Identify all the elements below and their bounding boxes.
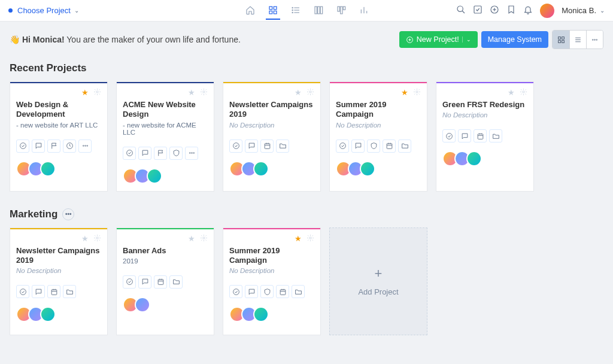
manage-system-button[interactable]: Manage System [481, 31, 548, 48]
search-icon[interactable] [456, 5, 466, 16]
flag-tool[interactable] [154, 147, 167, 160]
check-tool[interactable] [336, 139, 349, 153]
flag-tool[interactable] [47, 139, 60, 153]
folder-tool[interactable] [276, 139, 289, 153]
check-tool[interactable] [229, 139, 242, 153]
gear-icon[interactable] [306, 88, 314, 96]
folder-tool[interactable] [169, 275, 183, 289]
star-icon[interactable]: ★ [401, 88, 408, 96]
check-tool[interactable] [16, 285, 29, 298]
star-icon[interactable]: ★ [295, 234, 302, 242]
bell-icon[interactable] [523, 5, 533, 16]
folder-tool[interactable] [489, 129, 502, 142]
member-avatar[interactable] [40, 161, 56, 177]
svg-point-36 [594, 39, 596, 40]
gear-icon[interactable] [200, 234, 208, 242]
gear-icon[interactable] [306, 234, 314, 242]
grid-view-button[interactable] [553, 31, 569, 48]
new-project-button[interactable]: New Project! ⌄ [399, 31, 478, 48]
check-tool[interactable] [123, 275, 136, 289]
shield-tool[interactable] [169, 147, 183, 160]
star-icon[interactable]: ★ [188, 234, 195, 242]
project-selector[interactable]: Choose Project ⌄ [17, 6, 79, 15]
project-card[interactable]: ★ Web Design & Development - new website… [10, 81, 108, 192]
comment-tool[interactable] [245, 139, 258, 153]
chart-icon[interactable] [357, 2, 371, 20]
section-more-button[interactable]: ••• [62, 208, 74, 220]
bookmark-icon[interactable] [506, 5, 516, 16]
cal-tool[interactable] [47, 285, 60, 298]
comment-tool[interactable] [458, 129, 471, 142]
svg-point-67 [96, 236, 98, 238]
comment-tool[interactable] [32, 139, 45, 153]
star-icon[interactable]: ★ [295, 88, 302, 96]
gear-icon[interactable] [200, 88, 208, 96]
user-avatar[interactable] [540, 4, 554, 18]
check-tool[interactable] [16, 139, 29, 153]
project-card[interactable]: ★ Summer 2019 Campaign No Description [329, 81, 427, 192]
star-icon[interactable]: ★ [81, 234, 89, 242]
star-icon[interactable]: ★ [188, 88, 195, 96]
member-avatar[interactable] [253, 161, 269, 177]
member-avatar[interactable] [135, 297, 150, 313]
list-view-button[interactable] [569, 31, 586, 48]
svg-point-55 [416, 91, 418, 93]
member-avatar[interactable] [147, 168, 162, 184]
folder-tool[interactable] [398, 139, 411, 153]
add-project-card[interactable]: +Add Project [329, 228, 427, 335]
cal-tool[interactable] [474, 129, 487, 142]
project-card[interactable]: ★ Banner Ads 2019 [116, 228, 214, 335]
cal-tool[interactable] [260, 139, 274, 153]
shield-tool[interactable] [260, 285, 274, 298]
shield-tool[interactable] [367, 139, 380, 153]
clock-tool[interactable] [63, 139, 76, 153]
star-icon[interactable]: ★ [81, 88, 89, 96]
check-tool[interactable] [229, 285, 242, 298]
svg-point-42 [84, 145, 86, 147]
more-view-button[interactable] [586, 31, 603, 48]
folder-tool[interactable] [292, 285, 305, 298]
comment-tool[interactable] [138, 275, 151, 289]
kanban-icon[interactable] [334, 2, 348, 20]
project-card[interactable]: ★ Newsletter Campaigns 2019 No Descripti… [223, 81, 321, 192]
project-members [229, 307, 314, 322]
svg-rect-51 [265, 144, 270, 149]
greeting-emoji: 👋 [10, 35, 22, 44]
home-icon[interactable] [243, 2, 257, 20]
approve-icon[interactable] [473, 5, 482, 16]
gear-icon[interactable] [93, 88, 101, 96]
cal-tool[interactable] [154, 275, 167, 289]
cal-tool[interactable] [383, 139, 396, 153]
user-menu[interactable]: Monica B. ⌄ [562, 6, 605, 15]
member-avatar[interactable] [40, 307, 56, 322]
comment-tool[interactable] [138, 147, 151, 160]
gear-icon[interactable] [520, 88, 527, 96]
star-icon[interactable]: ★ [508, 88, 515, 96]
project-title: Green FRST Redesign [442, 100, 527, 110]
comment-tool[interactable] [32, 285, 45, 298]
member-avatar[interactable] [360, 161, 375, 177]
greeting-rest: You are the maker of your own life and f… [65, 35, 241, 44]
project-title: Banner Ads [123, 246, 208, 256]
add-circle-icon[interactable] [490, 5, 499, 16]
cal-tool[interactable] [276, 285, 289, 298]
board-icon[interactable] [311, 2, 326, 20]
check-tool[interactable] [123, 147, 136, 160]
gear-icon[interactable] [93, 234, 101, 242]
project-card[interactable]: ★ Summer 2019 Campaign No Description [223, 228, 321, 335]
member-avatar[interactable] [466, 151, 482, 166]
member-avatar[interactable] [253, 307, 269, 322]
folder-tool[interactable] [63, 285, 76, 298]
check-tool[interactable] [442, 129, 456, 142]
grid-icon[interactable] [266, 2, 280, 20]
project-card[interactable]: ★ Green FRST Redesign No Description [436, 81, 534, 192]
comment-tool[interactable] [351, 139, 365, 153]
list-icon[interactable] [289, 2, 303, 20]
comment-tool[interactable] [245, 285, 258, 298]
dots-tool[interactable] [78, 139, 92, 153]
dots-tool[interactable] [185, 147, 198, 160]
project-card[interactable]: ★ Newsletter Campaigns 2019 No Descripti… [10, 228, 108, 335]
gear-icon[interactable] [413, 88, 421, 96]
project-card[interactable]: ★ ACME New Website Design - new website … [116, 81, 214, 192]
section-title: Recent Projects [10, 62, 603, 74]
